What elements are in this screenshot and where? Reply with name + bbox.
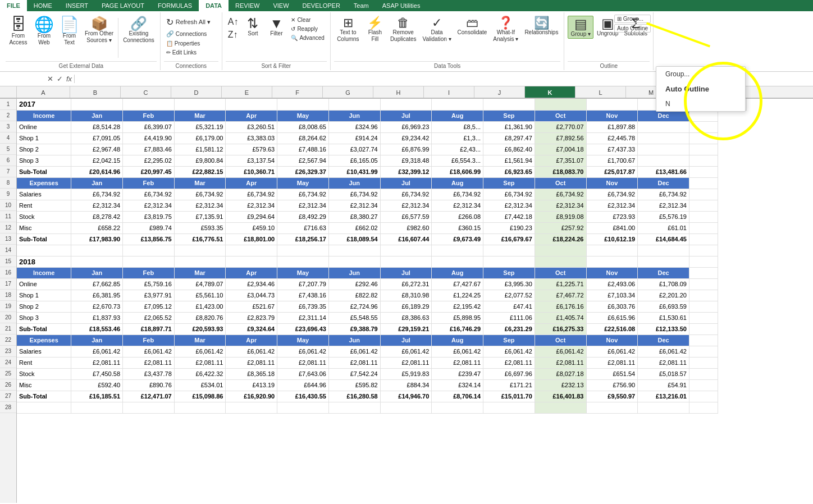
cell-r6-c13[interactable] bbox=[689, 155, 718, 166]
cell-r10-c1[interactable]: £2,312.34 bbox=[71, 200, 123, 211]
from-other-sources-button[interactable]: 📦 From OtherSources ▾ bbox=[83, 16, 116, 45]
cell-r10-c5[interactable]: £2,312.34 bbox=[277, 200, 329, 211]
cell-r20-c12[interactable]: £1,530.61 bbox=[638, 312, 689, 323]
col-header-a[interactable]: A bbox=[17, 86, 70, 98]
cell-r4-c0[interactable]: Shop 1 bbox=[17, 132, 71, 144]
cell-r4-c8[interactable]: £1,3... bbox=[432, 132, 483, 144]
cell-r21-c11[interactable]: £22,516.08 bbox=[586, 323, 638, 335]
cell-r5-c1[interactable]: £2,967.48 bbox=[71, 144, 123, 155]
cell-r21-c1[interactable]: £18,553.46 bbox=[71, 323, 123, 335]
cell-r19-c10[interactable]: £6,176.16 bbox=[535, 301, 586, 312]
cell-r25-c13[interactable] bbox=[689, 368, 718, 379]
cell-r12-c3[interactable]: £593.35 bbox=[174, 222, 226, 233]
cell-r8-c12[interactable]: Dec bbox=[638, 177, 689, 189]
remove-duplicates-button[interactable]: 🗑 RemoveDuplicates bbox=[388, 16, 419, 44]
cell-r13-c3[interactable]: £16,776.51 bbox=[174, 233, 226, 245]
cell-r23-c9[interactable]: £6,061.42 bbox=[483, 346, 535, 357]
cell-r13-c1[interactable]: £17,983.90 bbox=[71, 233, 123, 245]
cell-r2-c8[interactable]: Aug bbox=[432, 110, 483, 121]
cell-r9-c3[interactable]: £6,734.92 bbox=[174, 189, 226, 200]
cell-r26-c4[interactable]: £413.19 bbox=[226, 379, 277, 391]
cell-r9-c2[interactable]: £6,734.92 bbox=[123, 189, 175, 200]
cell-r10-c11[interactable]: £2,312.34 bbox=[586, 200, 638, 211]
cell-r16-c13[interactable] bbox=[689, 267, 718, 278]
cell-r1-c1[interactable] bbox=[71, 99, 123, 110]
cell-r11-c3[interactable]: £7,135.91 bbox=[174, 211, 226, 222]
cell-r1-c7[interactable] bbox=[380, 99, 432, 110]
cell-r28-c3[interactable] bbox=[174, 402, 226, 413]
cell-r18-c5[interactable]: £7,438.16 bbox=[277, 290, 329, 301]
cell-r26-c8[interactable]: £324.14 bbox=[432, 379, 483, 391]
cell-r14-c13[interactable] bbox=[689, 245, 718, 256]
cell-r6-c12[interactable] bbox=[638, 155, 689, 166]
cell-r20-c10[interactable]: £1,405.74 bbox=[535, 312, 586, 323]
cell-r3-c13[interactable] bbox=[689, 121, 718, 132]
cell-r7-c12[interactable]: £13,481.66 bbox=[638, 166, 689, 177]
cell-r2-c4[interactable]: Apr bbox=[226, 110, 277, 121]
table-row[interactable]: Online£7,662.85£5,759.16£4,789.07£2,934.… bbox=[17, 278, 747, 290]
table-row[interactable]: Shop 2£2,670.73£7,095.12£1,423.00£521.67… bbox=[17, 301, 747, 312]
cell-r5-c9[interactable]: £6,862.40 bbox=[483, 144, 535, 155]
cell-r3-c8[interactable]: £8,5... bbox=[432, 121, 483, 132]
cell-r22-c1[interactable]: Jan bbox=[71, 335, 123, 346]
cell-r25-c0[interactable]: Stock bbox=[17, 368, 71, 379]
cell-r19-c2[interactable]: £7,095.12 bbox=[123, 301, 175, 312]
cell-r19-c4[interactable]: £521.67 bbox=[226, 301, 277, 312]
cell-r26-c2[interactable]: £890.76 bbox=[123, 379, 175, 391]
cell-r8-c10[interactable]: Oct bbox=[535, 177, 586, 189]
cell-r15-c6[interactable] bbox=[328, 256, 380, 267]
cell-r27-c2[interactable]: £12,471.07 bbox=[123, 391, 175, 402]
cell-r20-c7[interactable]: £8,386.63 bbox=[380, 312, 432, 323]
cell-r28-c6[interactable] bbox=[328, 402, 380, 413]
cell-r12-c5[interactable]: £716.63 bbox=[277, 222, 329, 233]
cell-r11-c8[interactable]: £266.08 bbox=[432, 211, 483, 222]
table-row[interactable]: Stock£7,450.58£3,437.78£6,422.32£8,365.1… bbox=[17, 368, 747, 379]
cell-r24-c13[interactable] bbox=[689, 357, 718, 368]
cell-r11-c2[interactable]: £3,819.75 bbox=[123, 211, 175, 222]
cell-r26-c5[interactable]: £644.96 bbox=[277, 379, 329, 391]
cell-r8-c0[interactable]: Expenses bbox=[17, 177, 71, 189]
cell-r14-c3[interactable] bbox=[174, 245, 226, 256]
table-row[interactable]: Misc£592.40£890.76£534.01£413.19£644.96£… bbox=[17, 379, 747, 391]
group-button[interactable]: ▤ Group ▾ bbox=[568, 16, 593, 39]
refresh-all-button[interactable]: ↻ Refresh All ▾ bbox=[164, 16, 214, 29]
cell-r11-c11[interactable]: £723.93 bbox=[586, 211, 638, 222]
cell-r21-c8[interactable]: £16,746.29 bbox=[432, 323, 483, 335]
dropdown-auto-outline-item[interactable]: Auto Outline bbox=[656, 81, 745, 97]
tab-file[interactable]: FILE bbox=[0, 0, 27, 11]
cell-r15-c8[interactable] bbox=[432, 256, 483, 267]
cell-r20-c11[interactable]: £6,615.96 bbox=[586, 312, 638, 323]
confirm-formula-icon[interactable]: ✓ bbox=[57, 75, 63, 83]
cell-r26-c1[interactable]: £592.40 bbox=[71, 379, 123, 391]
cell-r14-c10[interactable] bbox=[535, 245, 586, 256]
cell-r11-c6[interactable]: £8,380.27 bbox=[328, 211, 380, 222]
clear-button[interactable]: ✕ Clear bbox=[289, 16, 326, 24]
cell-r22-c13[interactable] bbox=[689, 335, 718, 346]
cell-r12-c4[interactable]: £459.10 bbox=[226, 222, 277, 233]
cell-r8-c3[interactable]: Mar bbox=[174, 177, 226, 189]
cell-r22-c4[interactable]: Apr bbox=[226, 335, 277, 346]
cell-r3-c3[interactable]: £5,321.19 bbox=[174, 121, 226, 132]
cell-r23-c1[interactable]: £6,061.42 bbox=[71, 346, 123, 357]
cell-r5-c12[interactable] bbox=[638, 144, 689, 155]
cell-r19-c0[interactable]: Shop 2 bbox=[17, 301, 71, 312]
cell-r7-c1[interactable]: £20,614.96 bbox=[71, 166, 123, 177]
cell-r19-c3[interactable]: £1,423.00 bbox=[174, 301, 226, 312]
table-row[interactable]: ExpensesJanFebMarAprMayJunJulAugSepOctNo… bbox=[17, 335, 747, 346]
cell-r12-c12[interactable]: £61.01 bbox=[638, 222, 689, 233]
cell-r26-c7[interactable]: £884.34 bbox=[380, 379, 432, 391]
cell-r5-c8[interactable]: £2,43... bbox=[432, 144, 483, 155]
cell-r11-c1[interactable]: £8,278.42 bbox=[71, 211, 123, 222]
cell-r21-c5[interactable]: £23,696.43 bbox=[277, 323, 329, 335]
cell-r12-c1[interactable]: £658.22 bbox=[71, 222, 123, 233]
cell-r19-c1[interactable]: £2,670.73 bbox=[71, 301, 123, 312]
cell-r7-c5[interactable]: £26,329.37 bbox=[277, 166, 329, 177]
cell-r3-c2[interactable]: £6,399.07 bbox=[123, 121, 175, 132]
cell-r10-c4[interactable]: £2,312.34 bbox=[226, 200, 277, 211]
cell-r9-c5[interactable]: £6,734.92 bbox=[277, 189, 329, 200]
cell-r13-c6[interactable]: £18,089.54 bbox=[328, 233, 380, 245]
cell-r6-c0[interactable]: Shop 3 bbox=[17, 155, 71, 166]
cell-r7-c13[interactable] bbox=[689, 166, 718, 177]
cell-r15-c3[interactable] bbox=[174, 256, 226, 267]
cell-r7-c9[interactable]: £6,923.65 bbox=[483, 166, 535, 177]
